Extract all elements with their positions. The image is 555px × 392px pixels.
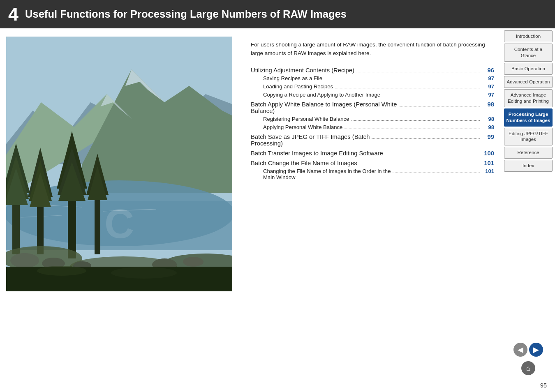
sidebar-btn-basic-operation[interactable]: Basic Operation (504, 63, 553, 75)
toc-dots (393, 173, 480, 173)
svg-point-33 (183, 257, 204, 267)
chapter-title: Useful Functions for Processing Large Nu… (25, 8, 347, 20)
toc-page: 96 (482, 67, 494, 74)
toc-dots (399, 106, 480, 106)
toc-entry[interactable]: Loading and Pasting Recipes97 (251, 83, 494, 90)
table-of-contents: Utilizing Adjustment Contents (Recipe)96… (251, 67, 494, 180)
toc-label: Changing the File Name of Images in the … (263, 168, 391, 180)
toc-entry[interactable]: Registering Personal White Balance98 (251, 116, 494, 122)
sidebar-btn-reference[interactable]: Reference (504, 147, 553, 159)
toc-page: 101 (482, 160, 494, 166)
page-header: 4 Useful Functions for Processing Large … (0, 0, 555, 28)
toc-label: Batch Save as JPEG or TIFF Images (Batch… (251, 134, 370, 147)
intro-paragraph: For users shooting a large amount of RAW… (251, 41, 494, 58)
toc-entry[interactable]: Applying Personal White Balance98 (251, 124, 494, 130)
toc-page: 98 (482, 116, 494, 122)
sidebar-btn-editing-jpeg-tiff[interactable]: Editing JPEG/TIFF Images (504, 128, 553, 146)
chapter-image: C (6, 37, 232, 291)
toc-entry[interactable]: Batch Save as JPEG or TIFF Images (Batch… (251, 134, 494, 147)
toc-entry[interactable]: Utilizing Adjustment Contents (Recipe)96 (251, 67, 494, 74)
sidebar-btn-introduction[interactable]: Introduction (504, 30, 553, 42)
sidebar-btn-contents-at-a-glance[interactable]: Contents at a Glance (504, 44, 553, 62)
chapter-number: 4 (8, 5, 18, 23)
toc-page: 98 (482, 124, 494, 130)
toc-entry[interactable]: Batch Transfer Images to Image Editing S… (251, 150, 494, 157)
toc-label: Batch Change the File Name of Images (251, 160, 357, 166)
toc-dots (345, 129, 480, 129)
toc-page: 98 (482, 101, 494, 108)
content-area: C For users shooting a large amount of R… (0, 28, 502, 382)
page-number: 95 (0, 382, 555, 392)
bottom-bar: 95 (0, 382, 555, 392)
svg-point-35 (37, 266, 86, 276)
home-button[interactable]: ⌂ (521, 361, 535, 375)
toc-page: 97 (482, 83, 494, 90)
toc-dots (351, 120, 480, 121)
toc-page: 101 (482, 168, 494, 174)
toc-label: Batch Transfer Images to Image Editing S… (251, 150, 383, 157)
svg-point-29 (10, 253, 39, 268)
toc-label: Registering Personal White Balance (263, 116, 349, 122)
nav-arrows-row: ◀ ▶ (504, 343, 553, 357)
sidebar-spacer (504, 175, 553, 341)
toc-label: Copying a Recipe and Applying to Another… (263, 92, 380, 98)
sidebar-btn-processing-large-numbers[interactable]: Processing Large Numbers of Images (504, 108, 553, 127)
toc-label: Loading and Pasting Recipes (263, 83, 333, 90)
image-section: C (0, 32, 238, 378)
toc-page: 97 (482, 92, 494, 98)
toc-label: Batch Apply White Balance to Images (Per… (251, 101, 397, 114)
toc-entry[interactable]: Batch Change the File Name of Images101 (251, 160, 494, 166)
toc-entry[interactable]: Copying a Recipe and Applying to Another… (251, 92, 494, 98)
next-page-button[interactable]: ▶ (529, 343, 543, 357)
toc-label: Utilizing Adjustment Contents (Recipe) (251, 67, 354, 74)
toc-dots (372, 138, 480, 139)
text-section: For users shooting a large amount of RAW… (238, 32, 502, 378)
sidebar-btn-advanced-operation[interactable]: Advanced Operation (504, 76, 553, 88)
prev-page-button[interactable]: ◀ (513, 343, 527, 357)
toc-dots (324, 80, 480, 80)
toc-label: Applying Personal White Balance (263, 124, 342, 130)
toc-page: 99 (482, 134, 494, 140)
svg-point-36 (111, 267, 177, 279)
toc-dots (335, 88, 480, 88)
svg-text:C: C (104, 201, 134, 247)
nav-home-row: ⌂ (504, 360, 553, 375)
toc-label: Saving Recipes as a File (263, 75, 322, 81)
toc-page: 97 (482, 75, 494, 81)
sidebar-btn-advanced-image-editing[interactable]: Advanced Image Editing and Printing (504, 89, 553, 107)
main-layout: C For users shooting a large amount of R… (0, 28, 555, 382)
toc-entry[interactable]: Saving Recipes as a File97 (251, 75, 494, 81)
sidebar-btn-index[interactable]: Index (504, 160, 553, 172)
toc-dots (356, 72, 480, 72)
toc-page: 100 (482, 150, 494, 157)
toc-entry[interactable]: Batch Apply White Balance to Images (Per… (251, 101, 494, 114)
toc-entry[interactable]: Changing the File Name of Images in the … (251, 168, 494, 180)
right-sidebar: IntroductionContents at a GlanceBasic Op… (502, 28, 555, 382)
toc-dots (359, 165, 480, 165)
